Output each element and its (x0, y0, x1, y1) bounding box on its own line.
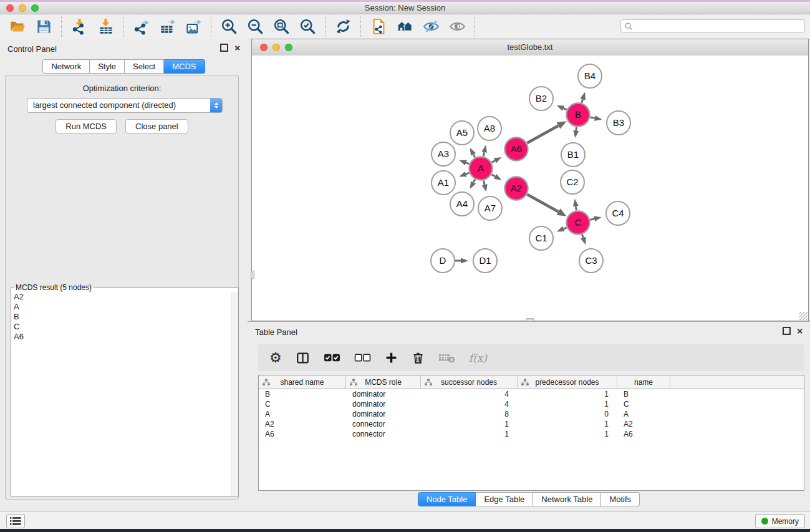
graph-node-C1[interactable]: C1 (529, 226, 553, 250)
panel-list-button[interactable] (6, 514, 25, 528)
graph-node-A[interactable]: A (470, 157, 493, 180)
table-panel-float-icon[interactable] (783, 327, 791, 335)
table-cell[interactable]: B (617, 389, 670, 399)
tab-motifs[interactable]: Motifs (601, 492, 640, 506)
import-network-button[interactable] (69, 17, 90, 37)
result-item[interactable]: A (11, 302, 231, 312)
table-row[interactable]: A6connector11A6 (259, 429, 804, 439)
deselect-all-columns-button[interactable] (354, 349, 371, 367)
graph-node-B2[interactable]: B2 (529, 87, 553, 110)
table-cell[interactable]: 1 (421, 419, 518, 429)
search-input[interactable] (633, 21, 804, 31)
open-session-doc-button[interactable] (368, 17, 389, 37)
mcds-result-list[interactable]: A2ABCA6 (11, 292, 231, 496)
select-all-columns-button[interactable] (324, 349, 340, 367)
table-cell[interactable]: A6 (259, 429, 346, 439)
table-cell[interactable]: C (259, 399, 346, 409)
graph-edge-A6-B[interactable] (527, 125, 558, 143)
hide-unselected-button[interactable] (420, 17, 441, 37)
table-row[interactable]: Bdominator41B (259, 389, 804, 399)
graph-node-D[interactable]: D (431, 249, 455, 273)
table-cell[interactable]: 4 (421, 399, 518, 409)
close-panel-button[interactable]: Close panel (125, 119, 188, 133)
graph-node-A7[interactable]: A7 (478, 196, 502, 220)
memory-button[interactable]: Memory (755, 514, 805, 528)
control-panel-float-icon[interactable] (220, 44, 228, 52)
table-cell[interactable]: A2 (617, 419, 670, 429)
export-table-button[interactable] (157, 17, 178, 37)
vertical-split-grip[interactable] (251, 271, 254, 279)
import-table-button[interactable] (95, 17, 116, 37)
graph-edge-B-B1[interactable] (576, 127, 577, 130)
graph-edge-A-A5[interactable] (473, 155, 475, 158)
graph-node-A8[interactable]: A8 (478, 117, 501, 140)
table-cell[interactable]: 1 (518, 389, 617, 399)
add-column-button[interactable] (385, 349, 398, 367)
graph-node-A1[interactable]: A1 (432, 171, 455, 195)
table-row[interactable]: Adominator80A (259, 409, 804, 419)
table-cell[interactable]: A (617, 409, 670, 419)
table-cell[interactable]: connector (346, 429, 421, 439)
network-graph[interactable]: B4B2BB3A8A5A6A3B1AC2A1A2A4A7C4CC1C3DD1 (252, 56, 808, 321)
graph-node-B1[interactable]: B1 (561, 143, 585, 167)
tab-network-table[interactable]: Network Table (533, 492, 601, 506)
graph-node-B[interactable]: B (567, 104, 590, 127)
graph-node-C4[interactable]: C4 (606, 201, 630, 225)
graph-edge-C-C3[interactable] (582, 235, 584, 238)
graph-node-A3[interactable]: A3 (432, 142, 455, 166)
table-panel-close-icon[interactable]: × (797, 327, 803, 334)
column-header-name[interactable]: name (617, 375, 670, 389)
table-cell[interactable]: 1 (518, 419, 617, 429)
table-cell[interactable]: dominator (346, 389, 421, 399)
tab-network[interactable]: Network (42, 59, 90, 74)
graph-edge-A-A2[interactable] (491, 175, 495, 177)
graph-edge-B-B2[interactable] (564, 109, 567, 110)
graph-edge-C-C1[interactable] (564, 228, 567, 229)
show-all-button[interactable] (446, 17, 468, 37)
tab-style[interactable]: Style (90, 59, 125, 74)
result-item[interactable]: B (11, 312, 231, 322)
table-cell[interactable]: 1 (421, 429, 518, 439)
search-box[interactable] (620, 19, 805, 33)
graph-node-C3[interactable]: C3 (579, 249, 603, 273)
criterion-dropdown[interactable]: largest connected component (directed) (27, 98, 223, 113)
zoom-selected-button[interactable] (297, 17, 318, 37)
result-scrollbar[interactable] (231, 292, 238, 496)
table-cell[interactable]: 8 (421, 409, 518, 419)
home-view-button[interactable] (394, 17, 415, 37)
graph-node-D1[interactable]: D1 (473, 249, 497, 273)
zoom-out-button[interactable] (244, 17, 266, 37)
graph-node-B4[interactable]: B4 (578, 64, 602, 88)
table-cell[interactable]: 4 (421, 389, 518, 399)
tab-edge-table[interactable]: Edge Table (476, 492, 533, 506)
graph-edge-B-B3[interactable] (591, 117, 595, 118)
column-header-successor-nodes[interactable]: successor nodes (421, 375, 518, 389)
graph-edge-A-A7[interactable] (484, 180, 485, 185)
column-visibility-button[interactable] (296, 349, 310, 367)
table-cell[interactable]: A (259, 409, 346, 419)
table-row[interactable]: A2connector11A2 (259, 419, 804, 429)
table-cell[interactable]: A2 (259, 419, 346, 429)
table-cell[interactable]: dominator (346, 409, 421, 419)
settings-gear-button[interactable]: ⚙ (269, 349, 282, 367)
save-session-button[interactable] (33, 17, 54, 37)
refresh-layout-button[interactable] (332, 17, 354, 37)
column-header-MCDS-role[interactable]: MCDS role (346, 375, 421, 389)
control-panel-close-icon[interactable]: × (234, 44, 240, 51)
graph-node-A6[interactable]: A6 (505, 138, 528, 161)
network-canvas[interactable]: B4B2BB3A8A5A6A3B1AC2A1A2A4A7C4CC1C3DD1 (252, 56, 808, 321)
export-image-button[interactable] (183, 17, 204, 37)
table-cell[interactable]: 0 (518, 409, 617, 419)
open-file-button[interactable] (7, 17, 28, 37)
table-cell[interactable]: 1 (518, 429, 617, 439)
table-cell[interactable]: 1 (518, 399, 617, 409)
table-cell[interactable]: B (259, 389, 346, 399)
graph-edge-A-A1[interactable] (466, 173, 469, 174)
graph-node-A5[interactable]: A5 (450, 121, 474, 145)
column-header-shared-name[interactable]: shared name (259, 375, 346, 389)
graph-edge-A2-C[interactable] (527, 195, 558, 212)
result-item[interactable]: C (11, 322, 231, 332)
graph-node-B3[interactable]: B3 (607, 111, 630, 135)
table-cell[interactable]: C (617, 399, 670, 409)
result-item[interactable]: A2 (11, 292, 231, 302)
